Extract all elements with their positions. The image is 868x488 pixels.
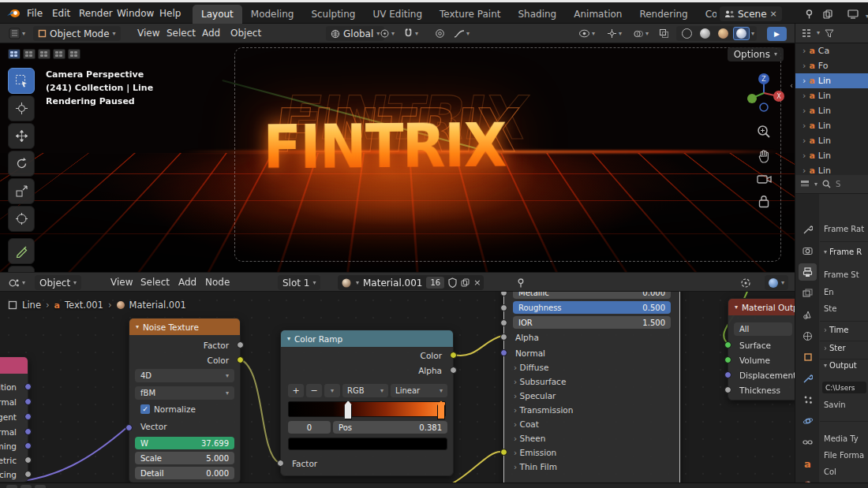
stop-index-field[interactable]: 0 — [288, 421, 331, 434]
w-slider[interactable]: W37.699 — [135, 437, 234, 449]
socket-color-out[interactable] — [237, 356, 244, 363]
shader-editor[interactable]: Line › a Text.001 › Material.001 Positio… — [0, 292, 795, 482]
preview-overlay-dropdown[interactable]: ▾ — [765, 275, 788, 290]
collection-slot[interactable] — [53, 49, 65, 59]
socket-true-normal[interactable] — [24, 428, 32, 435]
node-color-ramp[interactable]: ▾ Color Ramp Color Alpha + − ▾ RGB▾ Line… — [280, 330, 454, 476]
menu-view[interactable]: View — [106, 276, 137, 289]
material-sphere-icon[interactable] — [341, 278, 352, 289]
tab-world-icon[interactable] — [799, 327, 817, 345]
copy-icon[interactable] — [821, 8, 835, 20]
outliner-row[interactable]: ›aLin — [795, 118, 868, 133]
remove-stop-button[interactable]: − — [306, 384, 322, 397]
outliner-row[interactable]: ›aFo — [795, 58, 868, 73]
tab-texture-paint[interactable]: Texture Paint — [431, 5, 509, 24]
shader-editor-type-icon[interactable]: ▾ — [6, 276, 28, 289]
node-principled-bsdf[interactable]: Metallic0.000 Roughness0.500 IOR1.500 Al… — [503, 292, 680, 482]
proportional-editing-icon[interactable] — [432, 27, 447, 40]
menu-select[interactable]: Select — [162, 27, 200, 40]
color-mode-dropdown[interactable]: RGB▾ — [342, 384, 388, 397]
tab-output-icon[interactable] — [799, 263, 817, 281]
menu-edit[interactable]: Edit — [47, 6, 75, 20]
unlink-material-icon[interactable]: × — [473, 278, 481, 288]
gizmo-toggle-icon[interactable]: ▾ — [604, 27, 624, 40]
socket-incoming[interactable] — [24, 442, 32, 449]
dimensions-dropdown[interactable]: 4D▾ — [135, 369, 234, 382]
snapping-node-icon[interactable] — [738, 276, 754, 289]
pin-icon[interactable] — [802, 8, 816, 20]
section-output[interactable]: ▾Output — [824, 361, 857, 370]
normalize-row[interactable]: ✓ Normalize — [129, 402, 240, 416]
tool-annotate[interactable] — [8, 238, 35, 264]
socket-roughness-in[interactable] — [500, 304, 507, 311]
socket-factor-out[interactable] — [237, 341, 244, 348]
socket-surface-in[interactable] — [724, 341, 731, 348]
metallic-slider[interactable]: Metallic0.000 — [513, 292, 671, 299]
tool-rotate[interactable] — [8, 151, 35, 177]
socket-alpha-in[interactable] — [500, 333, 507, 341]
section-thin-film[interactable]: › Thin Film — [504, 460, 679, 474]
scene-selector[interactable]: Scene × — [720, 6, 782, 21]
tab-layout[interactable]: Layout — [193, 5, 242, 24]
shading-material-icon[interactable] — [715, 27, 731, 40]
material-users-count[interactable]: 16 — [426, 277, 444, 289]
socket-volume-in[interactable] — [724, 356, 731, 363]
tool-measure[interactable] — [8, 266, 35, 272]
section-transmission[interactable]: › Transmission — [504, 403, 679, 417]
tool-cursor[interactable] — [8, 95, 35, 121]
section-frame-range[interactable]: ▾Frame R — [824, 248, 862, 256]
tab-physics-icon[interactable] — [799, 412, 817, 430]
new-material-copy-icon[interactable] — [461, 278, 470, 287]
menu-view[interactable]: View — [133, 27, 164, 40]
collection-slot[interactable] — [8, 49, 21, 59]
section-time-stretching[interactable]: ›Time — [824, 326, 848, 334]
roughness-slider[interactable]: Roughness0.500 — [513, 301, 671, 314]
menu-render[interactable]: Render — [74, 6, 118, 20]
socket-thickness-in[interactable] — [724, 386, 731, 393]
tab-view-layer-icon[interactable] — [799, 285, 817, 302]
outliner-row-selected[interactable]: ›aLin — [795, 73, 868, 88]
section-diffuse[interactable]: › Diffuse — [504, 360, 679, 374]
outliner-row[interactable]: ›aLin — [795, 163, 868, 175]
tab-scene-icon[interactable] — [799, 306, 817, 323]
tab-rendering[interactable]: Rendering — [630, 5, 696, 24]
menu-file[interactable]: File — [22, 6, 47, 20]
socket-displacement-in[interactable] — [724, 371, 731, 378]
tab-sculpting[interactable]: Sculpting — [302, 5, 364, 24]
socket-alpha-out[interactable] — [450, 367, 457, 374]
viewport-3d[interactable]: FINTRIX FINTRIX FINTRIX Options ▾ Camera… — [0, 43, 795, 272]
add-stop-button[interactable]: + — [288, 384, 304, 397]
checkbox-checked[interactable]: ✓ — [140, 404, 150, 414]
menu-help[interactable]: Help — [155, 6, 185, 20]
tab-font-data-icon[interactable]: a — [799, 455, 817, 472]
panel-collapse-icon[interactable]: ‹ — [790, 81, 793, 90]
mode-dropdown[interactable]: Object Mode ▾ — [33, 26, 121, 41]
node-noise-texture[interactable]: ▾ Noise Texture Factor Color 4D▾ fBM▾ ✓ … — [129, 318, 241, 482]
tab-compositing[interactable]: Compositing — [697, 5, 716, 24]
outliner-editor-icon[interactable] — [801, 28, 812, 38]
tab-constraints-icon[interactable] — [799, 434, 817, 451]
socket-position[interactable] — [24, 383, 32, 390]
section-stereoscopy[interactable]: ›Ster — [824, 344, 846, 352]
tool-select-box[interactable] — [8, 68, 35, 94]
menu-add[interactable]: Add — [174, 276, 201, 289]
tool-move[interactable] — [8, 123, 35, 149]
stop-color-swatch[interactable] — [288, 438, 447, 450]
shading-solid-icon[interactable] — [697, 27, 713, 40]
tab-particles-icon[interactable] — [799, 391, 817, 408]
lock-view-icon[interactable] — [758, 195, 769, 208]
outliner-row[interactable]: ›aLin — [795, 148, 868, 163]
tab-object-icon[interactable] — [799, 348, 817, 366]
transform-orientation-dropdown[interactable]: Global ▾ — [326, 26, 384, 41]
slot-dropdown[interactable]: Slot 1 ▾ — [278, 275, 320, 290]
tab-tool-icon[interactable] — [799, 221, 817, 238]
fake-user-shield-icon[interactable] — [448, 278, 457, 288]
section-specular[interactable]: › Specular — [504, 389, 679, 403]
interpolation-dropdown[interactable]: Linear▾ — [391, 384, 447, 397]
navigation-gizmo[interactable]: Z X — [743, 72, 785, 114]
socket-color-out[interactable] — [450, 352, 457, 359]
socket-normal-in[interactable] — [500, 349, 507, 356]
section-emission[interactable]: › Emission — [504, 445, 679, 460]
shading-rendered-icon[interactable] — [733, 27, 750, 40]
tab-material-icon[interactable] — [799, 476, 817, 482]
